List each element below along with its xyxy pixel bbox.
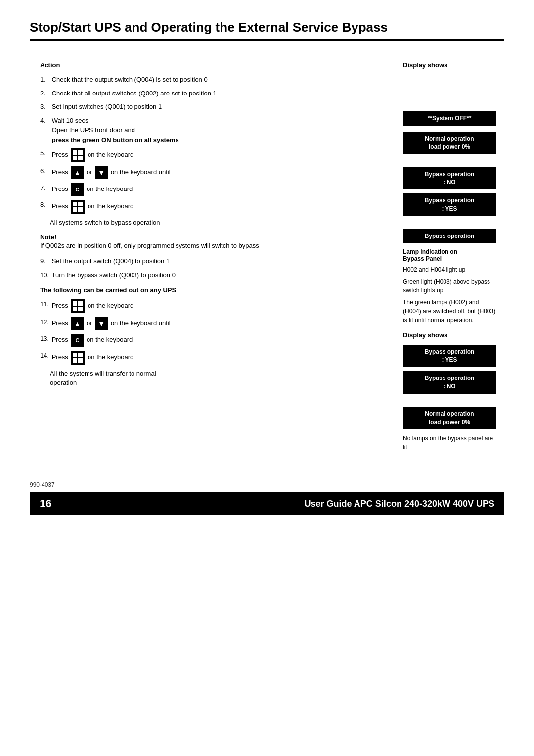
action-step-13: 13. Press C on the keyboard xyxy=(40,334,385,347)
following-label: The following can be carried out on any … xyxy=(40,285,385,295)
note-text: If Q002s are in position 0 off, only pro… xyxy=(40,241,385,251)
footer-page-number: 16 xyxy=(40,497,51,510)
action-step-4: 4. Wait 10 secs. Open the UPS front door… xyxy=(40,116,385,145)
action-step-7: 7. Press C on the keyboard xyxy=(40,183,385,196)
doc-number: 990-4037 xyxy=(30,481,504,488)
display-normal-op-2: Normal operationload power 0% xyxy=(403,407,496,429)
c-key-icon-13: C xyxy=(71,334,84,347)
action-header: Action xyxy=(40,61,385,69)
action-step-14: 14. Press on the keyboard xyxy=(40,351,385,365)
action-step-12: 12. Press or on the keyboard until xyxy=(40,317,385,330)
action-step-10: 10. Turn the bypass switch (Q003) to pos… xyxy=(40,270,385,280)
display-header-2: Display shows xyxy=(403,331,496,339)
display-bypass-yes-2: Bypass operation: YES xyxy=(403,345,496,368)
footer-guide-title: User Guide APC Silcon 240-320kW 400V UPS xyxy=(305,499,495,509)
display-bypass-op: Bypass operation xyxy=(403,229,496,243)
action-step-5: 5. Press on the keyboard xyxy=(40,148,385,162)
display-system-off: **System OFF** xyxy=(403,111,496,126)
arrow-down-icon-6 xyxy=(95,166,108,179)
action-step-1: 1. Check that the output switch (Q004) i… xyxy=(40,75,385,85)
lamp-text-2: Green light (H003) above bypass switch l… xyxy=(403,277,496,295)
lamp-text-1: H002 and H004 light up xyxy=(403,265,496,274)
footer-bar: 16 User Guide APC Silcon 240-320kW 400V … xyxy=(30,492,504,515)
note-label: Note! xyxy=(40,234,385,241)
display-bypass-yes: Bypass operation: YES xyxy=(403,193,496,216)
action-step-8: 8. Press on the keyboard xyxy=(40,200,385,214)
action-step-6: 6. Press or on the keyboard until xyxy=(40,166,385,179)
action-column: Action 1. Check that the output switch (… xyxy=(30,53,395,463)
normal-transfer-note: All the systems will transfer to normalo… xyxy=(50,369,385,388)
action-step-3: 3. Set input switches (Q001) to position… xyxy=(40,102,385,112)
action-step-9: 9. Set the output switch (Q004) to posit… xyxy=(40,256,385,266)
display-header: Display shows xyxy=(403,61,496,69)
spacer-1 xyxy=(403,75,496,111)
display-normal-op: Normal operationload power 0% xyxy=(403,132,496,154)
grid-icon-14 xyxy=(71,351,85,365)
action-step-11: 11. Press on the keyboard xyxy=(40,299,385,313)
page-title: Stop/Start UPS and Operating the Externa… xyxy=(30,20,504,35)
lamp-header: Lamp indication onBypass Panel xyxy=(403,248,496,262)
action-step-2: 2. Check that all output switches (Q002)… xyxy=(40,89,385,98)
title-divider xyxy=(30,39,504,41)
arrow-down-icon-12 xyxy=(95,317,108,330)
arrow-up-icon-6 xyxy=(71,166,84,179)
grid-icon-8 xyxy=(71,200,85,214)
display-bypass-no: Bypass operation: NO xyxy=(403,167,496,190)
no-lamps-text: No lamps on the bypass panel are lit xyxy=(403,434,496,452)
display-column: Display shows **System OFF** Normal oper… xyxy=(395,53,504,463)
c-key-icon-7: C xyxy=(71,183,84,196)
arrow-up-icon-12 xyxy=(71,317,84,330)
footer-section: 990-4037 xyxy=(30,478,504,488)
lamp-text-3: The green lamps (H002) and (H004) are sw… xyxy=(403,298,496,325)
grid-icon-11 xyxy=(71,299,85,313)
bypass-note: All systems switch to bypass operation xyxy=(50,218,385,228)
note-box: Note! If Q002s are in position 0 off, on… xyxy=(40,234,385,251)
display-bypass-no-2: Bypass operation: NO xyxy=(403,371,496,394)
grid-icon-5 xyxy=(71,148,85,162)
main-content-box: Action 1. Check that the output switch (… xyxy=(30,53,504,463)
